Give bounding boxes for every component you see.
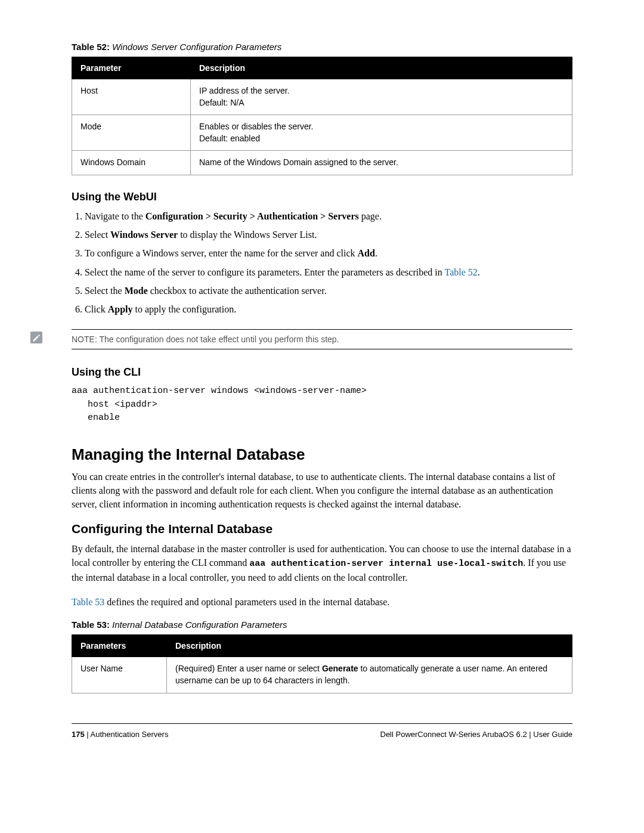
step1-pre: Navigate to the [85,211,145,221]
table-row: ModeEnables or disables the server.Defau… [72,115,572,151]
table53-cell-username: User Name [72,657,167,693]
step3-bold: Add [358,248,375,258]
table53-caption-italic: Internal Database Configuration Paramete… [110,620,287,630]
step1-post: page. [359,211,382,221]
t53-desc-pre: (Required) Enter a user name or select [175,664,322,673]
footer-left-sep: | [85,730,91,739]
table52-cell-desc: IP address of the server.Default: N/A [191,79,572,115]
heading-configuring-internal-db: Configuring the Internal Database [72,522,572,536]
step1-bold: Configuration > Security > Authenticatio… [145,211,359,221]
table53-cell-username-desc: (Required) Enter a user name or select G… [167,657,572,693]
t53-desc-bold: Generate [322,664,358,673]
table52: Parameter Description HostIP address of … [72,57,572,175]
paragraph-configuring-internal-db: By default, the internal database in the… [72,542,572,584]
webui-step-6: Click Apply to apply the configuration. [85,302,572,316]
table53-th-parameters: Parameters [72,635,167,657]
step5-post: checkbox to activate the authentication … [148,286,327,296]
step5-pre: Select the [85,286,125,296]
table52-th-parameter: Parameter [72,57,191,79]
table53-caption-bold: Table 53: [72,620,110,630]
step3-pre: To configure a Windows server, enter the… [85,248,358,258]
step6-post: to apply the configuration. [132,304,236,314]
heading-using-cli: Using the CLI [72,366,572,379]
step6-pre: Click [85,304,108,314]
table53: Parameters Description User Name (Requir… [72,634,572,693]
webui-step-2: Select Windows Server to display the Win… [85,228,572,241]
heading-using-webui: Using the WebUI [72,191,572,203]
table52-caption-bold: Table 52: [72,42,110,52]
webui-step-3: To configure a Windows server, enter the… [85,246,572,260]
table52-th-description: Description [191,57,572,79]
pencil-note-icon [30,331,43,344]
heading-managing-internal-db: Managing the Internal Database [72,445,572,464]
step2-bold: Windows Server [110,230,178,240]
step3-post: . [375,248,377,258]
table-row: HostIP address of the server.Default: N/… [72,79,572,115]
table53-header-row: Parameters Description [72,635,572,657]
table53-th-description: Description [167,635,572,657]
footer-page-number: 175 [72,730,85,739]
step4-link-table52[interactable]: Table 52 [444,267,477,277]
table52-cell-param: Windows Domain [72,151,191,175]
p3-post: defines the required and optional parame… [104,597,389,607]
table-row: Windows DomainName of the Windows Domain… [72,151,572,175]
cli-code: aaa authentication-server windows <windo… [72,385,572,425]
link-table53[interactable]: Table 53 [72,597,104,607]
table53-caption: Table 53: Internal Database Configuratio… [72,620,572,630]
table52-cell-param: Mode [72,115,191,151]
footer-left: 175 | Authentication Servers [72,730,168,739]
page-footer: 175 | Authentication Servers Dell PowerC… [72,723,572,739]
webui-steps: Navigate to the Configuration > Security… [85,209,572,316]
table52-caption: Table 52: Windows Server Configuration P… [72,42,572,52]
table52-cell-param: Host [72,79,191,115]
paragraph-table53-intro: Table 53 defines the required and option… [72,595,572,609]
footer-chapter: Authentication Servers [91,730,169,739]
table52-header-row: Parameter Description [72,57,572,79]
webui-step-4: Select the name of the server to configu… [85,265,572,279]
table53-row-username: User Name (Required) Enter a user name o… [72,657,572,693]
webui-step-5: Select the Mode checkbox to activate the… [85,284,572,298]
webui-step-1: Navigate to the Configuration > Security… [85,209,572,223]
step4-pre: Select the name of the server to configu… [85,267,444,277]
footer-right: Dell PowerConnect W-Series ArubaOS 6.2 |… [380,730,573,739]
step2-post: to display the Windows Server List. [178,230,317,240]
step4-post: . [478,267,480,277]
paragraph-internal-db-intro: You can create entries in the controller… [72,470,572,512]
p2-mono: aaa authentication-server internal use-l… [249,559,523,569]
table52-cell-desc: Name of the Windows Domain assigned to t… [191,151,572,175]
step5-bold: Mode [125,286,148,296]
table52-cell-desc: Enables or disables the server.Default: … [191,115,572,151]
table52-caption-italic: Windows Server Configuration Parameters [110,42,281,52]
note-block: NOTE: The configuration does not take ef… [72,329,572,349]
step2-pre: Select [85,230,110,240]
note-text: NOTE: The configuration does not take ef… [72,335,339,344]
step6-bold: Apply [108,304,133,314]
